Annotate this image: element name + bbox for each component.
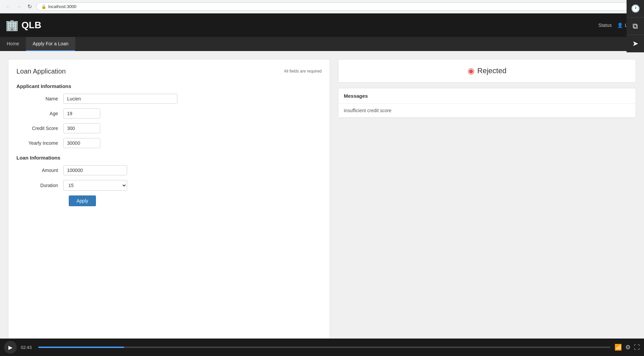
status-text: Rejected bbox=[477, 66, 506, 75]
age-row: Age bbox=[16, 108, 322, 119]
status-label: Status bbox=[598, 23, 612, 28]
reload-button[interactable]: ↻ bbox=[25, 3, 34, 11]
credit-score-row: Credit Score bbox=[16, 123, 322, 133]
credit-score-input[interactable] bbox=[63, 123, 100, 133]
yearly-income-input[interactable] bbox=[63, 138, 100, 148]
result-status: ◉ Rejected bbox=[345, 66, 629, 76]
duration-select[interactable]: 5 10 15 20 25 30 bbox=[63, 180, 127, 191]
back-button[interactable]: ← bbox=[4, 3, 12, 11]
video-time: 02:43 bbox=[21, 345, 34, 350]
yearly-income-row: Yearly Income bbox=[16, 138, 322, 148]
name-input[interactable] bbox=[63, 94, 177, 104]
lock-icon: 🔒 bbox=[41, 4, 46, 9]
user-icon: 👤 bbox=[617, 23, 623, 28]
age-input[interactable] bbox=[63, 108, 100, 119]
url-text: localhost:3000 bbox=[48, 4, 76, 9]
name-label: Name bbox=[16, 96, 63, 101]
duration-label: Duration bbox=[16, 183, 63, 188]
apply-row: Apply bbox=[16, 195, 322, 206]
settings-icon[interactable]: ⚙ bbox=[625, 344, 631, 351]
logo-building-icon: 🏢 bbox=[5, 19, 19, 32]
nav-item-apply-for-a-loan[interactable]: Apply For a Loan bbox=[26, 37, 75, 51]
applicant-section-title: Applicant Informations bbox=[16, 83, 322, 89]
app-logo: 🏢 QLB bbox=[5, 19, 41, 32]
forward-button[interactable]: → bbox=[15, 3, 23, 11]
amount-input[interactable] bbox=[63, 165, 127, 175]
clock-icon-button[interactable]: 🕐 bbox=[627, 0, 644, 17]
name-row: Name bbox=[16, 94, 322, 104]
play-button[interactable]: ▶ bbox=[4, 341, 17, 354]
nav-home-label: Home bbox=[7, 41, 19, 46]
layers-icon-button[interactable]: ⧉ bbox=[627, 17, 644, 35]
age-label: Age bbox=[16, 111, 63, 116]
messages-title: Messages bbox=[338, 88, 636, 104]
video-controls-right: 📶 ⚙ ⛶ bbox=[614, 344, 640, 351]
messages-card: Messages insufficient credit score bbox=[338, 88, 636, 118]
result-panel: ◉ Rejected Messages insufficient credit … bbox=[338, 59, 636, 348]
send-icon-button[interactable]: ➤ bbox=[627, 35, 644, 52]
nav-bar: Home Apply For a Loan bbox=[0, 37, 644, 51]
amount-row: Amount bbox=[16, 165, 322, 175]
message-item: insufficient credit score bbox=[338, 104, 636, 118]
browser-bar: ← → ↻ 🔒 localhost:3000 bbox=[0, 0, 644, 13]
form-title: Loan Application bbox=[16, 68, 66, 75]
clock-icon: 🕐 bbox=[631, 4, 640, 13]
credit-score-label: Credit Score bbox=[16, 126, 63, 131]
rejected-icon: ◉ bbox=[468, 66, 475, 76]
amount-label: Amount bbox=[16, 168, 63, 173]
app-header: 🏢 QLB Status 👤 Lucien bbox=[0, 13, 644, 37]
loan-section-title: Loan Informations bbox=[16, 155, 322, 161]
yearly-income-label: Yearly Income bbox=[16, 140, 63, 146]
send-icon: ➤ bbox=[632, 39, 638, 48]
main-content: Loan Application All fields are required… bbox=[0, 51, 644, 356]
nav-item-home[interactable]: Home bbox=[0, 37, 26, 51]
play-icon: ▶ bbox=[8, 344, 12, 351]
signal-icon: 📶 bbox=[614, 344, 622, 351]
required-note: All fields are required bbox=[284, 69, 322, 74]
video-bar: ▶ 02:43 📶 ⚙ ⛶ bbox=[0, 339, 644, 356]
logo-text: QLB bbox=[21, 20, 41, 31]
layers-icon: ⧉ bbox=[633, 22, 638, 31]
progress-fill bbox=[38, 347, 124, 348]
fullscreen-icon[interactable]: ⛶ bbox=[634, 344, 640, 351]
progress-bar[interactable] bbox=[38, 347, 610, 348]
form-card: Loan Application All fields are required… bbox=[8, 59, 330, 348]
apply-button[interactable]: Apply bbox=[69, 195, 96, 206]
nav-apply-label: Apply For a Loan bbox=[33, 41, 68, 46]
duration-row: Duration 5 10 15 20 25 30 bbox=[16, 180, 322, 191]
floating-icons: 🕐 ⧉ ➤ bbox=[627, 0, 644, 52]
result-status-card: ◉ Rejected bbox=[338, 59, 636, 83]
address-bar[interactable]: 🔒 localhost:3000 bbox=[36, 2, 640, 11]
